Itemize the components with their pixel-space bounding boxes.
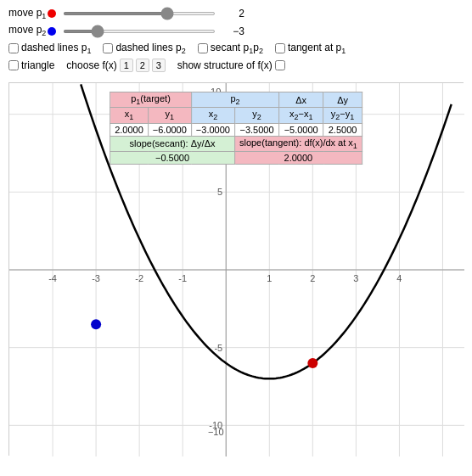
val-y2: −3.5000: [234, 123, 278, 136]
triangle-checkbox[interactable]: [8, 60, 19, 70]
subheader-y2: y2: [234, 108, 278, 123]
move-p1-slider-container: 2: [63, 8, 244, 20]
choose-label: choose f(x): [66, 59, 116, 71]
structure-item: show structure of f(x): [177, 59, 285, 71]
data-table: p1(target) p2 Δx Δy x1 y1 x2 y2 x2−x1 y2…: [110, 92, 362, 165]
secant-label: secant p1p2: [211, 42, 263, 55]
slope-secant-value: −0.5000: [110, 151, 235, 164]
p2-dot: [48, 27, 56, 36]
triangle-label: triangle: [21, 59, 54, 71]
structure-label: show structure of f(x): [177, 59, 273, 71]
subheader-x1: x1: [110, 108, 149, 123]
move-p2-value: −3: [219, 25, 244, 37]
move-p2-row: move p2 −3: [8, 24, 464, 37]
choose-btn-2[interactable]: 2: [136, 59, 149, 72]
move-p1-row: move p1 2: [8, 7, 464, 20]
choose-btn-3[interactable]: 3: [152, 59, 166, 72]
header-dy: Δy: [323, 92, 362, 108]
move-p1-value: 2: [219, 8, 244, 20]
tangent-item: tangent at p1: [275, 42, 346, 55]
secant-checkbox[interactable]: [198, 43, 208, 53]
slope-tangent-label: slope(tangent): df(x)/dx at x1: [234, 136, 362, 151]
header-p2: p2: [191, 92, 278, 108]
subheader-y1: y1: [148, 108, 191, 123]
header-dx: Δx: [279, 92, 323, 108]
secant-item: secant p1p2: [198, 42, 263, 55]
p1-dot: [48, 9, 56, 18]
slope-tangent-value: 2.0000: [234, 151, 362, 164]
dashed-p2-label: dashed lines p2: [115, 42, 185, 55]
subheader-dx: x2−x1: [279, 108, 323, 123]
dashed-p1-checkbox[interactable]: [8, 43, 19, 53]
dashed-p2-checkbox[interactable]: [103, 43, 113, 53]
choose-item: choose f(x) 1 2 3: [66, 59, 165, 72]
choose-btn-1[interactable]: 1: [120, 59, 133, 72]
structure-checkbox[interactable]: [275, 60, 285, 70]
subheader-dy: y2−y1: [323, 108, 362, 123]
tangent-checkbox[interactable]: [275, 43, 285, 53]
controls-panel: move p1 2 move p2 −3 dashed lines p1 das…: [0, 0, 472, 79]
dashed-p1-label: dashed lines p1: [21, 42, 91, 55]
data-table-overlay: p1(target) p2 Δx Δy x1 y1 x2 y2 x2−x1 y2…: [110, 92, 362, 165]
dashed-p2-item: dashed lines p2: [103, 42, 185, 55]
tangent-label: tangent at p1: [288, 42, 346, 55]
move-p1-label: move p1: [8, 7, 59, 20]
val-x2: −3.0000: [191, 123, 234, 136]
val-y1: −6.0000: [148, 123, 191, 136]
move-p2-slider-container: −3: [63, 25, 244, 37]
graph-container: p1(target) p2 Δx Δy x1 y1 x2 y2 x2−x1 y2…: [8, 82, 464, 456]
dashed-p1-item: dashed lines p1: [8, 42, 91, 55]
move-p1-slider[interactable]: [63, 12, 216, 15]
checkbox-row-1: dashed lines p1 dashed lines p2 secant p…: [8, 42, 464, 55]
move-p2-label: move p2: [8, 24, 59, 37]
checkbox-row-2: triangle choose f(x) 1 2 3 show structur…: [8, 59, 464, 72]
val-dy: 2.5000: [323, 123, 362, 136]
triangle-item: triangle: [8, 59, 54, 71]
val-dx: −5.0000: [279, 123, 323, 136]
slope-secant-label: slope(secant): Δy/Δx: [110, 136, 235, 151]
subheader-x2: x2: [191, 108, 234, 123]
val-x1: 2.0000: [110, 123, 149, 136]
move-p2-slider[interactable]: [63, 30, 216, 33]
header-p1: p1(target): [110, 92, 192, 108]
